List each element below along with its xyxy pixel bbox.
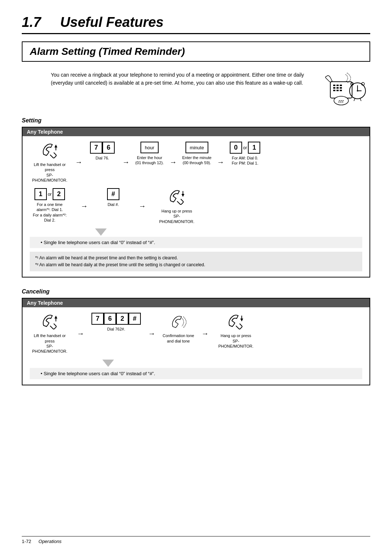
intro-image: zzz <box>319 71 370 108</box>
handset-hangup-icon <box>167 188 187 207</box>
step-minute: minute Enter the minute(00 through 59). <box>182 142 212 166</box>
key-minute-box: minute <box>185 142 208 153</box>
canceling-label: Canceling <box>22 288 370 295</box>
arrow1: → <box>75 158 82 166</box>
setting-steps-row1: Lift the handset or pressSP-PHONE/MONITO… <box>30 142 362 183</box>
footnote-1: *¹ An alarm will be heard at the preset … <box>35 255 357 262</box>
key-0: 0 <box>230 142 242 154</box>
svg-rect-8 <box>336 90 339 91</box>
arrow3: → <box>170 158 177 166</box>
keys-76-icon: 7 6 <box>90 142 115 154</box>
setting-label: Setting <box>22 117 370 124</box>
key-7: 7 <box>90 142 102 154</box>
svg-rect-7 <box>333 90 335 91</box>
triangle-pointer-setting <box>30 228 362 236</box>
key-minute-icon: minute <box>185 142 208 153</box>
chapter-title: 1.7 Useful Features <box>22 15 370 34</box>
cancel-arrow2: → <box>148 329 155 338</box>
key-hash-box: # <box>107 188 119 200</box>
arrow2: → <box>122 158 130 166</box>
svg-marker-24 <box>54 316 57 319</box>
cancel-handset-lift-icon <box>40 313 60 331</box>
page: 1.7 Useful Features Alarm Setting (Timed… <box>0 0 392 555</box>
step-0or1: 0 or 1 For AM: Dial 0.For PM: Dial 1. <box>230 142 261 166</box>
svg-rect-6 <box>340 87 342 89</box>
key-1: 1 <box>248 142 260 154</box>
confirm-tone-icon <box>167 313 189 331</box>
canceling-steps-row: Lift the handset or pressSP-PHONE/MONITO… <box>30 313 362 354</box>
footnote-2: *² An alarm will be heard daily at the p… <box>35 262 357 268</box>
setting-bullet-text: Single line telephone users can dial “0”… <box>44 240 155 245</box>
cancel-step-hangup-label: Hang up or pressSP-PHONE/MONITOR. <box>216 333 256 349</box>
canceling-bullet-text: Single line telephone users can dial “0”… <box>44 371 155 376</box>
canceling-bullet-note: • Single line telephone users can dial “… <box>30 368 362 379</box>
cancel-step-dial-label: Dial 762#. <box>107 327 125 332</box>
setting-box: Any Telephone <box>22 127 370 278</box>
cancel-key-hash: # <box>128 313 141 325</box>
footer-page-number: 1-72 <box>22 539 31 544</box>
key-6: 6 <box>102 142 115 154</box>
cancel-step-lift-label: Lift the handset or pressSP-PHONE/MONITO… <box>30 333 70 354</box>
setting-footnotes: *¹ An alarm will be heard at the preset … <box>30 252 362 271</box>
triangle-cancel-icon <box>102 360 114 367</box>
canceling-box-content: Lift the handset or pressSP-PHONE/MONITO… <box>23 307 369 384</box>
svg-marker-22 <box>181 194 184 197</box>
cancel-key-2: 2 <box>116 313 128 325</box>
svg-rect-5 <box>336 87 339 89</box>
canceling-section: Canceling Any Telephone <box>22 288 370 385</box>
cancel-key-7: 7 <box>91 313 104 325</box>
triangle-icon <box>95 228 107 236</box>
chapter-number: 1.7 <box>22 15 41 30</box>
step-lift-handset: Lift the handset or pressSP-PHONE/MONITO… <box>30 142 70 183</box>
setting-bullet-note: • Single line telephone users can dial “… <box>30 237 362 248</box>
section-title-box: Alarm Setting (Timed Reminder) <box>22 41 370 62</box>
step-1or2-label: For a one time alarm*¹: Dial 1.For a dai… <box>30 202 70 223</box>
arrow5: → <box>81 202 88 210</box>
key-hour-box: hour <box>140 142 159 153</box>
telephone-clock-illustration: zzz <box>319 71 370 107</box>
step-minute-label: Enter the minute(00 through 59). <box>182 155 212 166</box>
step-hour-label: Enter the hour(01 through 12). <box>135 155 164 166</box>
or-text-2: or <box>48 192 52 197</box>
step-hangup-setting-label: Hang up or pressSP-PHONE/MONITOR. <box>157 208 197 224</box>
key-hash-icon: # <box>107 188 119 200</box>
step-dial76-label: Dial 76. <box>95 155 109 161</box>
svg-line-17 <box>360 98 361 101</box>
step-1or2: 1 or 2 For a one time alarm*¹: Dial 1.Fo… <box>30 188 70 223</box>
arrow4: → <box>217 158 224 166</box>
svg-rect-2 <box>336 85 339 86</box>
cancel-step-tone: Confirmation toneand dial tone <box>163 313 194 344</box>
cancel-step-lift: Lift the handset or pressSP-PHONE/MONITO… <box>30 313 70 354</box>
step-hour: hour Enter the hour(01 through 12). <box>135 142 164 166</box>
svg-rect-3 <box>340 85 342 86</box>
step-0or1-label: For AM: Dial 0.For PM: Dial 1. <box>232 155 258 166</box>
key-2: 2 <box>53 188 65 200</box>
canceling-box: Any Telephone L <box>22 298 370 385</box>
keys-1or2-icon: 1 or 2 <box>34 188 65 200</box>
intro-text: You can receive a ringback at your telep… <box>51 71 309 87</box>
cancel-step-hangup: Hang up or pressSP-PHONE/MONITOR. <box>216 313 256 349</box>
setting-steps-row2: 1 or 2 For a one time alarm*¹: Dial 1.Fo… <box>30 188 362 224</box>
svg-line-16 <box>354 98 355 101</box>
triangle-pointer-cancel <box>30 360 362 367</box>
step-dial-76: 7 6 Dial 76. <box>88 142 117 161</box>
cancel-step-tone-label: Confirmation toneand dial tone <box>163 333 194 344</box>
key-hour-icon: hour <box>140 142 159 153</box>
cancel-key-6: 6 <box>104 313 116 325</box>
step-hash: # Dial #. <box>99 188 128 207</box>
step-hash-label: Dial #. <box>107 202 119 207</box>
keys-0or1-icon: 0 or 1 <box>230 142 261 154</box>
canceling-box-header: Any Telephone <box>23 299 369 307</box>
setting-box-content: Lift the handset or pressSP-PHONE/MONITO… <box>23 136 369 277</box>
svg-rect-9 <box>340 90 342 91</box>
cancel-arrow3: → <box>201 329 209 338</box>
setting-section: Setting Any Telephone <box>22 117 370 278</box>
handset-lift-icon <box>40 142 60 160</box>
cancel-step-dial: 7 6 2 # Dial 762#. <box>91 313 141 332</box>
setting-box-header: Any Telephone <box>23 127 369 136</box>
arrow6: → <box>139 202 146 210</box>
svg-text:zzz: zzz <box>338 99 344 103</box>
svg-marker-26 <box>240 319 243 321</box>
svg-marker-20 <box>54 145 57 147</box>
footer-operations-label: Operations <box>38 539 62 544</box>
